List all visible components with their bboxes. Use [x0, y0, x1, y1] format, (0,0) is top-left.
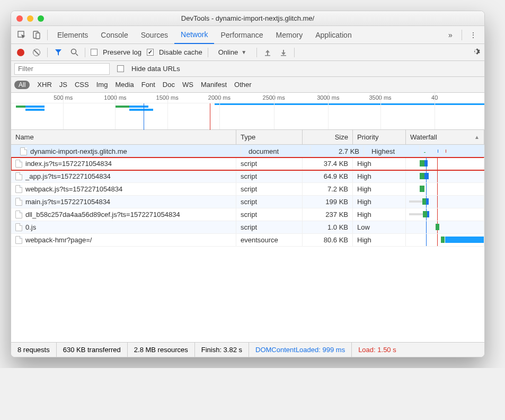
svg-rect-5	[265, 55, 270, 56]
request-priority: High	[353, 196, 406, 208]
request-size: 199 KB	[303, 196, 353, 208]
request-size: 1.0 KB	[303, 221, 353, 233]
filter-xhr[interactable]: XHR	[37, 81, 51, 89]
request-priority: Highest	[367, 146, 420, 157]
col-header-priority[interactable]: Priority	[353, 130, 406, 144]
inspect-icon[interactable]	[14, 31, 29, 39]
panel-tabs: ElementsConsoleSourcesNetworkPerformance…	[11, 26, 484, 44]
preserve-log-label: Preserve log	[103, 48, 141, 56]
network-toolbar: Preserve log Disable cache Online ▼	[11, 44, 484, 61]
request-size: 2.7 KB	[314, 146, 364, 157]
sort-asc-icon: ▲	[474, 134, 480, 140]
kebab-menu-icon[interactable]: ⋮	[465, 31, 481, 39]
search-icon[interactable]	[69, 47, 79, 58]
request-priority: High	[353, 234, 406, 246]
throttling-select[interactable]: Online ▼	[214, 48, 251, 57]
request-waterfall	[406, 158, 484, 170]
filter-all[interactable]: All	[14, 81, 30, 89]
disable-cache-checkbox[interactable]	[147, 49, 154, 56]
request-type: document	[244, 146, 311, 157]
device-toggle-icon[interactable]	[29, 31, 44, 39]
request-size: 7.2 KB	[303, 183, 353, 195]
timeline-overview[interactable]: 500 ms1000 ms1500 ms2000 ms2500 ms3000 m…	[11, 93, 484, 130]
filter-ws[interactable]: WS	[182, 81, 193, 89]
upload-har-icon[interactable]	[262, 47, 273, 58]
filter-font[interactable]: Font	[141, 81, 155, 89]
svg-point-3	[71, 49, 76, 54]
request-waterfall	[406, 234, 484, 246]
hide-data-urls-label: Hide data URLs	[131, 65, 180, 73]
request-row[interactable]: webpack-hmr?page=/eventsource80.6 KBHigh	[11, 234, 484, 247]
hide-data-urls-checkbox[interactable]	[117, 65, 124, 72]
tab-sources[interactable]: Sources	[135, 26, 174, 44]
request-type: script	[236, 170, 303, 182]
file-icon	[15, 185, 22, 193]
filter-media[interactable]: Media	[115, 81, 134, 89]
file-icon	[15, 223, 22, 231]
status-bar: 8 requests 630 KB transferred 2.8 MB res…	[11, 342, 484, 357]
request-name: webpack.js?ts=1572271054834	[25, 185, 122, 193]
clear-button[interactable]	[31, 47, 42, 58]
request-row[interactable]: index.js?ts=1572271054834script37.4 KBHi…	[11, 158, 484, 170]
tab-console[interactable]: Console	[94, 26, 134, 44]
svg-rect-6	[281, 55, 286, 56]
request-priority: High	[353, 158, 406, 170]
resource-type-filter: All XHRJSCSSImgMediaFontDocWSManifestOth…	[11, 77, 484, 93]
request-row[interactable]: main.js?ts=1572271054834script199 KBHigh	[11, 196, 484, 208]
filter-js[interactable]: JS	[59, 81, 67, 89]
filter-toggle-icon[interactable]	[53, 47, 64, 58]
request-type: script	[236, 196, 303, 208]
filter-other[interactable]: Other	[234, 81, 252, 89]
request-size: 237 KB	[303, 208, 353, 221]
col-header-type[interactable]: Type	[236, 130, 303, 144]
request-priority: High	[353, 183, 406, 195]
file-icon	[15, 236, 22, 244]
request-name: dll_b58c257da4aa56d89cef.js?ts=157227105…	[25, 211, 180, 218]
col-header-size[interactable]: Size	[303, 130, 353, 144]
tab-performance[interactable]: Performance	[214, 26, 269, 44]
more-tabs-button[interactable]: »	[442, 31, 458, 39]
request-row[interactable]: _app.js?ts=1572271054834script64.9 KBHig…	[11, 170, 484, 183]
window-title: DevTools - dynamic-import-nextjs.glitch.…	[11, 14, 484, 22]
request-row[interactable]: dynamic-import-nextjs.glitch.medocument2…	[11, 145, 484, 158]
status-requests: 8 requests	[11, 343, 57, 357]
filter-img[interactable]: Img	[96, 81, 108, 89]
file-icon	[15, 160, 22, 168]
request-row[interactable]: dll_b58c257da4aa56d89cef.js?ts=157227105…	[11, 208, 484, 221]
svg-rect-2	[36, 33, 40, 39]
tab-elements[interactable]: Elements	[51, 26, 94, 44]
request-type: script	[236, 208, 303, 221]
filter-css[interactable]: CSS	[75, 81, 89, 89]
filter-manifest[interactable]: Manifest	[201, 81, 227, 89]
col-header-name[interactable]: Name	[11, 130, 236, 144]
separator	[85, 48, 85, 57]
separator	[208, 48, 208, 57]
separator	[256, 48, 257, 57]
request-name: dynamic-import-nextjs.glitch.me	[30, 147, 127, 155]
preserve-log-checkbox[interactable]	[91, 49, 98, 56]
request-row[interactable]: 0.jsscript1.0 KBLow	[11, 221, 484, 234]
download-har-icon[interactable]	[278, 47, 289, 58]
request-priority: Low	[353, 221, 406, 233]
col-header-waterfall-label: Waterfall	[410, 133, 437, 141]
request-size: 64.9 KB	[303, 170, 353, 182]
tab-network[interactable]: Network	[174, 26, 214, 44]
request-name: _app.js?ts=1572271054834	[25, 172, 111, 180]
request-waterfall	[423, 150, 480, 153]
col-header-waterfall[interactable]: Waterfall ▲	[406, 130, 484, 144]
request-type: script	[236, 158, 303, 170]
devtools-window: DevTools - dynamic-import-nextjs.glitch.…	[11, 11, 485, 357]
filter-doc[interactable]: Doc	[163, 81, 175, 89]
filter-input[interactable]	[14, 63, 110, 75]
request-size: 80.6 KB	[303, 234, 353, 246]
request-type: eventsource	[236, 234, 303, 246]
record-button[interactable]	[15, 47, 26, 58]
settings-gear-icon[interactable]	[472, 47, 480, 58]
tab-application[interactable]: Application	[309, 26, 358, 44]
request-waterfall	[406, 221, 484, 233]
network-filter-bar: Hide data URLs	[11, 61, 484, 77]
request-row[interactable]: webpack.js?ts=1572271054834script7.2 KBH…	[11, 183, 484, 196]
chevron-down-icon: ▼	[241, 49, 246, 55]
tab-memory[interactable]: Memory	[270, 26, 309, 44]
request-waterfall	[406, 183, 484, 195]
